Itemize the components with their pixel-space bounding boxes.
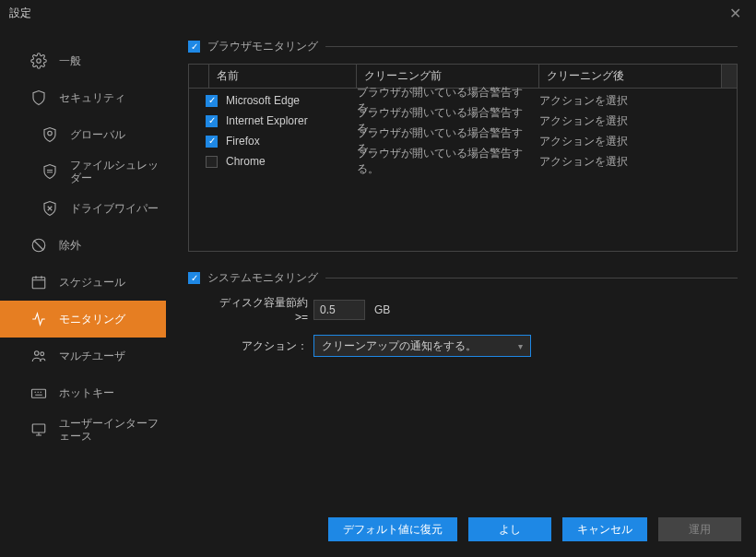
col-name[interactable]: 名前: [209, 65, 357, 88]
select-value: クリーンアップの通知をする。: [322, 338, 477, 354]
col-checkbox: [189, 65, 209, 88]
svg-point-4: [35, 351, 40, 356]
sidebar-item-multiuser[interactable]: マルチユーザ: [0, 338, 166, 374]
sidebar-item-security[interactable]: セキュリティ: [0, 79, 166, 116]
disk-label: ディスク容量節約 >=: [205, 295, 313, 324]
cell-name: Firefox: [226, 135, 357, 148]
shield-icon: [30, 89, 48, 107]
cell-after[interactable]: アクションを選択: [539, 134, 737, 149]
disk-unit: GB: [374, 303, 390, 316]
row-checkbox[interactable]: [206, 95, 218, 107]
sidebar-item-shredder[interactable]: ファイルシュレッダー: [0, 153, 166, 190]
sidebar-item-label: セキュリティ: [59, 91, 125, 104]
sidebar-item-label: マルチユーザ: [59, 350, 125, 362]
scrollbar-track[interactable]: [722, 65, 737, 88]
restore-defaults-button[interactable]: デフォルト値に復元: [328, 517, 457, 541]
svg-rect-6: [32, 389, 46, 397]
sidebar-item-exclude[interactable]: 除外: [0, 227, 166, 264]
section-browser-monitoring: ブラウザモニタリング: [188, 39, 738, 54]
footer: デフォルト値に復元 よし キャンセル 運用: [0, 502, 756, 557]
sidebar-item-label: 除外: [59, 239, 81, 252]
svg-point-5: [41, 352, 44, 356]
browser-table: 名前 クリーニング前 クリーニング後 Microsoft Edge ブラウザが開…: [188, 64, 738, 252]
apply-button[interactable]: 運用: [658, 517, 741, 541]
section-title: システムモニタリング: [207, 270, 318, 286]
gear-icon: [30, 52, 48, 70]
divider: [325, 278, 738, 278]
row-checkbox[interactable]: [206, 136, 218, 148]
exclude-icon: [30, 236, 48, 255]
section-title: ブラウザモニタリング: [207, 39, 318, 54]
close-button[interactable]: ✕: [724, 3, 747, 24]
cell-after[interactable]: アクションを選択: [539, 93, 737, 109]
ok-button[interactable]: よし: [468, 517, 551, 541]
sidebar-item-hotkey[interactable]: ホットキー: [0, 374, 166, 411]
sidebar-item-monitoring[interactable]: モニタリング: [0, 301, 166, 338]
sidebar-item-label: ホットキー: [59, 386, 114, 399]
monitor-icon: [30, 310, 48, 328]
cell-after[interactable]: アクションを選択: [539, 154, 737, 170]
content-panel: ブラウザモニタリング 名前 クリーニング前 クリーニング後 Microsoft …: [166, 26, 756, 502]
sidebar-item-general[interactable]: 一般: [0, 42, 166, 79]
cell-before[interactable]: ブラウザが開いている場合警告する。: [357, 146, 539, 177]
display-icon: [30, 421, 48, 439]
users-icon: [30, 347, 48, 365]
chevron-down-icon: ▾: [518, 341, 523, 351]
action-select[interactable]: クリーンアップの通知をする。 ▾: [313, 335, 531, 357]
cell-name: Internet Explorer: [226, 114, 357, 127]
titlebar: 設定 ✕: [0, 0, 756, 26]
svg-rect-3: [32, 278, 45, 289]
action-row: アクション： クリーンアップの通知をする。 ▾: [188, 335, 738, 357]
cell-after[interactable]: アクションを選択: [539, 113, 737, 129]
keyboard-icon: [30, 384, 48, 402]
sidebar-item-label: スケジュール: [59, 276, 125, 289]
sidebar-item-label: ドライブワイパー: [70, 202, 159, 215]
action-label: アクション：: [205, 338, 313, 354]
sidebar-item-schedule[interactable]: スケジュール: [0, 264, 166, 301]
system-monitoring-checkbox[interactable]: [188, 272, 200, 284]
cell-name: Chrome: [226, 155, 357, 168]
disk-value-input[interactable]: [313, 300, 365, 320]
cancel-button[interactable]: キャンセル: [562, 517, 647, 541]
svg-point-0: [37, 59, 41, 64]
sidebar-item-ui[interactable]: ユーザーインターフェース: [0, 411, 166, 448]
col-after[interactable]: クリーニング後: [539, 65, 722, 88]
sidebar-item-label: グローバル: [70, 128, 125, 141]
disk-saving-row: ディスク容量節約 >= GB: [188, 295, 738, 324]
divider: [325, 46, 738, 47]
window-title: 設定: [9, 6, 31, 21]
row-checkbox[interactable]: [206, 115, 218, 127]
table-row[interactable]: Chrome ブラウザが開いている場合警告する。 アクションを選択: [189, 151, 737, 172]
row-checkbox[interactable]: [206, 156, 218, 168]
wiper-icon: [41, 199, 59, 218]
sidebar-item-global[interactable]: グローバル: [0, 116, 166, 153]
cell-name: Microsoft Edge: [226, 94, 357, 107]
shield-global-icon: [41, 125, 59, 144]
sidebar-item-label: 一般: [59, 54, 81, 67]
calendar-icon: [30, 273, 48, 291]
table-body: Microsoft Edge ブラウザが開いている場合警告する。 アクションを選…: [189, 89, 737, 173]
section-system-monitoring: システムモニタリング: [188, 270, 738, 286]
sidebar-item-label: ユーザーインターフェース: [59, 417, 166, 444]
shredder-icon: [41, 162, 59, 181]
sidebar-item-label: ファイルシュレッダー: [70, 159, 166, 185]
browser-monitoring-checkbox[interactable]: [188, 41, 200, 53]
sidebar-item-wiper[interactable]: ドライブワイパー: [0, 190, 166, 227]
sidebar-item-label: モニタリング: [59, 313, 125, 326]
sidebar: 一般 セキュリティ グローバル ファイルシュレッダー ドライブワイパー 除外 ス…: [0, 26, 166, 502]
svg-point-1: [48, 131, 53, 136]
svg-rect-7: [32, 424, 45, 433]
